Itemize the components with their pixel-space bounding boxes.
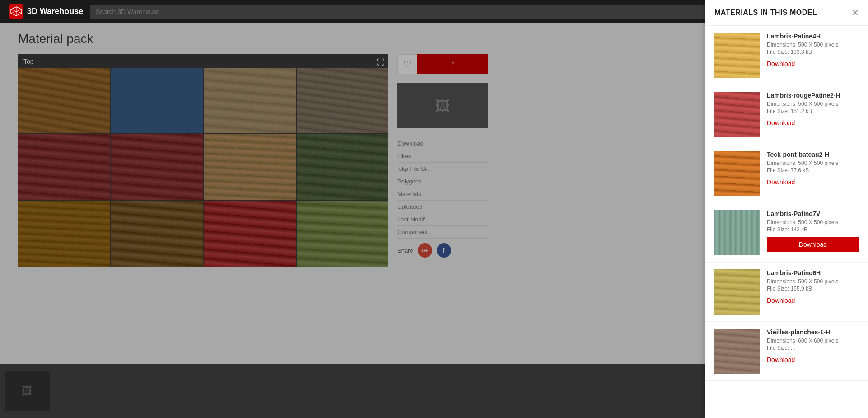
panel-title: MATERIALS IN THIS MODEL (714, 9, 817, 17)
material-filesize: File Size: 133.3 kB (767, 49, 859, 55)
search-input[interactable] (90, 5, 729, 19)
material-dimensions: Dimensions: 500 X 500 pixels (767, 42, 859, 48)
material-filesize: File Size: 77.6 kB (767, 167, 859, 174)
material-list-item: Teck-pont-bateau2-H Dimensions: 500 X 50… (705, 144, 868, 203)
material-list-item: Lambris-Patine4H Dimensions: 500 X 500 p… (705, 26, 868, 85)
download-link[interactable]: Download (767, 60, 795, 67)
material-name: Lambris-rougePatine2-H (767, 92, 859, 99)
logo-area: 3D Warehouse (9, 4, 83, 19)
material-thumbnail (714, 210, 760, 255)
panel-scroll[interactable]: Lambris-Patine4H Dimensions: 500 X 500 p… (705, 26, 868, 418)
material-name: Vieilles-planches-1-H (767, 329, 859, 336)
material-thumbnail (714, 92, 760, 137)
material-dimensions: Dimensions: 500 X 500 pixels (767, 219, 859, 225)
download-button-active[interactable]: Download (767, 237, 859, 252)
material-filesize: File Size: 142 kB (767, 226, 859, 233)
material-thumbnail (714, 329, 760, 374)
panel-header: MATERIALS IN THIS MODEL ✕ (705, 0, 868, 26)
download-link[interactable]: Download (767, 297, 795, 304)
download-link[interactable]: Download (767, 178, 795, 186)
material-thumbnail (714, 269, 760, 315)
material-details: Vieilles-planches-1-H Dimensions: 600 X … (767, 329, 859, 364)
material-filesize: File Size: 151.2 kB (767, 108, 859, 114)
material-dimensions: Dimensions: 500 X 500 pixels (767, 160, 859, 166)
material-details: Lambris-Patine7V Dimensions: 500 X 500 p… (767, 210, 859, 252)
material-filesize: File Size: 155.9 kB (767, 286, 859, 292)
logo-icon (9, 4, 23, 19)
download-link[interactable]: Download (767, 356, 795, 363)
material-thumbnail (714, 33, 760, 78)
search-area: 🔍 Search (90, 5, 778, 19)
logo-label: 3D Warehouse (27, 7, 83, 16)
materials-panel: MATERIALS IN THIS MODEL ✕ Lambris-Patine… (705, 0, 868, 418)
overlay (0, 23, 705, 418)
material-name: Teck-pont-bateau2-H (767, 151, 859, 158)
material-list-item: Lambris-Patine7V Dimensions: 500 X 500 p… (705, 203, 868, 263)
material-list-item: Vieilles-planches-1-H Dimensions: 600 X … (705, 322, 868, 381)
material-details: Teck-pont-bateau2-H Dimensions: 500 X 50… (767, 151, 859, 186)
material-details: Lambris-Patine4H Dimensions: 500 X 500 p… (767, 33, 859, 68)
material-name: Lambris-Patine6H (767, 269, 859, 277)
material-name: Lambris-Patine7V (767, 210, 859, 217)
material-dimensions: Dimensions: 500 X 500 pixels (767, 278, 859, 285)
material-list-item: Lambris-Patine6H Dimensions: 500 X 500 p… (705, 263, 868, 322)
close-panel-button[interactable]: ✕ (851, 8, 859, 17)
download-link[interactable]: Download (767, 119, 795, 127)
material-details: Lambris-rougePatine2-H Dimensions: 500 X… (767, 92, 859, 127)
material-thumbnail (714, 151, 760, 196)
material-name: Lambris-Patine4H (767, 33, 859, 40)
material-dimensions: Dimensions: 500 X 500 pixels (767, 101, 859, 107)
material-details: Lambris-Patine6H Dimensions: 500 X 500 p… (767, 269, 859, 305)
material-filesize: File Size: ... (767, 345, 859, 351)
material-dimensions: Dimensions: 600 X 600 pixels (767, 338, 859, 344)
material-list-item: Lambris-rougePatine2-H Dimensions: 500 X… (705, 85, 868, 144)
